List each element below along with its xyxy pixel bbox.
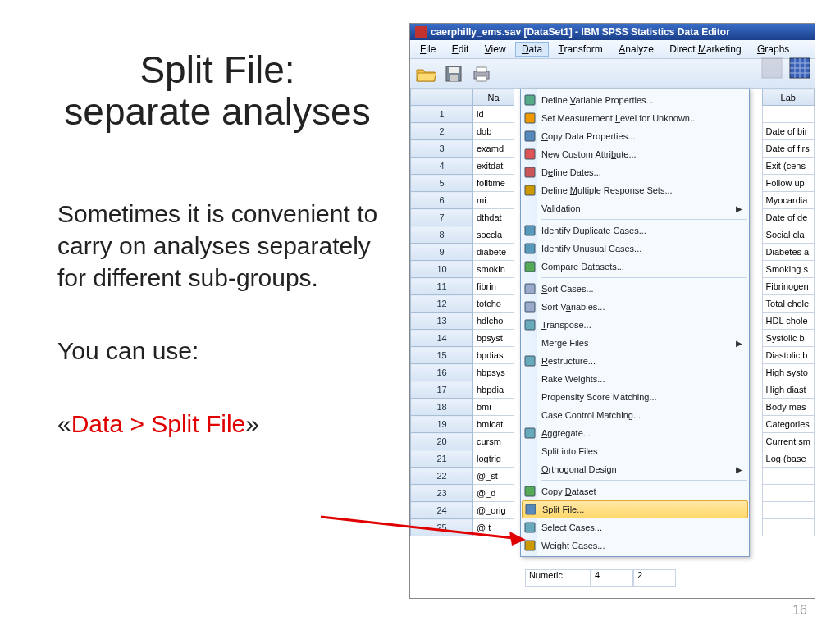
var-label-cell[interactable] — [762, 468, 814, 485]
row-number[interactable]: 17 — [411, 381, 473, 399]
menu-item-sort-cases[interactable]: Sort Cases... — [521, 280, 749, 298]
row-number[interactable]: 24 — [411, 502, 473, 519]
menu-transform[interactable]: Transform — [552, 42, 609, 57]
var-name-cell[interactable]: examd — [473, 140, 514, 158]
col-header-blank[interactable] — [411, 89, 473, 106]
menu-item-merge-files[interactable]: Merge Files▶ — [521, 334, 749, 352]
menu-item-split-file[interactable]: Split File... — [522, 500, 748, 518]
menu-direct-marketing[interactable]: Direct Marketing — [663, 42, 747, 57]
menu-graphs[interactable]: Graphs — [751, 42, 796, 57]
menu-analyze[interactable]: Analyze — [612, 42, 660, 57]
row-number[interactable]: 2 — [411, 123, 473, 140]
row-number[interactable]: 9 — [411, 244, 473, 261]
row-number[interactable]: 5 — [411, 175, 473, 192]
var-label-cell[interactable] — [762, 519, 814, 536]
var-name-cell[interactable]: logtrig — [473, 450, 514, 468]
menu-view[interactable]: View — [478, 42, 513, 57]
print-button[interactable] — [469, 62, 494, 86]
var-label-cell[interactable]: Exit (cens — [762, 158, 814, 175]
menu-item-copy-dataset[interactable]: Copy Dataset — [521, 482, 749, 500]
var-name-cell[interactable]: fibrin — [473, 278, 514, 295]
var-name-cell[interactable]: exitdat — [473, 158, 514, 175]
row-number[interactable]: 18 — [411, 399, 473, 416]
var-label-cell[interactable]: Smoking s — [762, 261, 814, 278]
var-name-cell[interactable]: totcho — [473, 295, 514, 313]
row-number[interactable]: 19 — [411, 416, 473, 433]
var-name-cell[interactable]: hbpsys — [473, 364, 514, 381]
menu-item-restructure[interactable]: Restructure... — [521, 352, 749, 370]
var-label-cell[interactable]: High systo — [762, 364, 814, 381]
var-label-cell[interactable]: Total chole — [762, 295, 814, 313]
menu-item-select-cases[interactable]: Select Cases... — [521, 518, 749, 536]
row-number[interactable]: 20 — [411, 433, 473, 450]
var-label-cell[interactable] — [762, 485, 814, 502]
var-name-cell[interactable]: diabete — [473, 244, 514, 261]
menu-item-define-variable-properties[interactable]: Define Variable Properties... — [521, 91, 749, 109]
row-number[interactable]: 4 — [411, 158, 473, 175]
menu-bar[interactable]: File Edit View Data Transform Analyze Di… — [410, 40, 815, 59]
var-label-cell[interactable] — [762, 502, 814, 519]
menu-item-case-control-matching[interactable]: Case Control Matching... — [521, 406, 749, 424]
var-label-cell[interactable]: Diastolic b — [762, 347, 814, 364]
var-label-cell[interactable]: Follow up — [762, 175, 814, 192]
var-label-cell[interactable]: Fibrinogen — [762, 278, 814, 295]
menu-item-rake-weights[interactable]: Rake Weights... — [521, 370, 749, 388]
row-number[interactable]: 21 — [411, 450, 473, 468]
var-name-cell[interactable]: @_st — [473, 468, 514, 485]
row-number[interactable]: 22 — [411, 468, 473, 485]
menu-item-define-dates[interactable]: Define Dates... — [521, 163, 749, 181]
row-number[interactable]: 8 — [411, 226, 473, 244]
menu-item-new-custom-attribute[interactable]: New Custom Attribute... — [521, 145, 749, 163]
row-number[interactable]: 1 — [411, 106, 473, 123]
var-name-cell[interactable]: mi — [473, 192, 514, 209]
menu-data[interactable]: Data — [515, 42, 549, 57]
save-button[interactable] — [441, 62, 466, 86]
menu-item-copy-data-properties[interactable]: Copy Data Properties... — [521, 127, 749, 145]
var-label-cell[interactable]: HDL chole — [762, 313, 814, 330]
var-name-cell[interactable]: @ t — [473, 519, 514, 536]
var-name-cell[interactable]: smokin — [473, 261, 514, 278]
menu-item-aggregate[interactable]: Aggregate... — [521, 424, 749, 442]
menu-item-identify-duplicate-cases[interactable]: Identify Duplicate Cases... — [521, 221, 749, 240]
row-number[interactable]: 11 — [411, 278, 473, 295]
menu-item-sort-variables[interactable]: Sort Variables... — [521, 298, 749, 316]
var-label-cell[interactable]: Myocardia — [762, 192, 814, 209]
col-header-label[interactable]: Lab — [762, 89, 814, 106]
var-name-cell[interactable]: @_d — [473, 485, 514, 502]
row-number[interactable]: 12 — [411, 295, 473, 313]
var-label-cell[interactable]: Date of firs — [762, 140, 814, 158]
cell-decimals[interactable]: 2 — [633, 569, 676, 587]
row-number[interactable]: 23 — [411, 485, 473, 502]
var-name-cell[interactable]: cursm — [473, 433, 514, 450]
cell-width[interactable]: 4 — [591, 569, 633, 587]
var-name-cell[interactable]: folltime — [473, 175, 514, 192]
row-number[interactable]: 14 — [411, 330, 473, 347]
var-name-cell[interactable]: hdlcho — [473, 313, 514, 330]
grid-icon[interactable] — [788, 57, 811, 82]
open-button[interactable] — [413, 62, 438, 86]
menu-item-transpose[interactable]: Transpose... — [521, 316, 749, 334]
menu-item-identify-unusual-cases[interactable]: Identify Unusual Cases... — [521, 240, 749, 258]
var-name-cell[interactable]: bmi — [473, 399, 514, 416]
row-number[interactable]: 7 — [411, 209, 473, 226]
var-name-cell[interactable]: bmicat — [473, 416, 514, 433]
menu-item-propensity-score-matching[interactable]: Propensity Score Matching... — [521, 388, 749, 406]
var-label-cell[interactable]: Date of bir — [762, 123, 814, 140]
var-label-cell[interactable]: Systolic b — [762, 330, 814, 347]
var-label-cell[interactable]: Diabetes a — [762, 244, 814, 261]
menu-file[interactable]: File — [413, 42, 442, 57]
menu-item-compare-datasets[interactable]: Compare Datasets... — [521, 258, 749, 276]
var-label-cell[interactable]: High diast — [762, 381, 814, 399]
row-number[interactable]: 10 — [411, 261, 473, 278]
var-label-cell[interactable]: Current sm — [762, 433, 814, 450]
row-number[interactable]: 16 — [411, 364, 473, 381]
menu-item-weight-cases[interactable]: Weight Cases... — [521, 536, 749, 555]
var-name-cell[interactable]: id — [473, 106, 514, 123]
row-number[interactable]: 6 — [411, 192, 473, 209]
var-name-cell[interactable]: @_orig — [473, 502, 514, 519]
var-label-cell[interactable]: Log (base — [762, 450, 814, 468]
row-number[interactable]: 13 — [411, 313, 473, 330]
row-number[interactable]: 3 — [411, 140, 473, 158]
var-label-cell[interactable]: Social cla — [762, 226, 814, 244]
row-number[interactable]: 25 — [411, 519, 473, 536]
